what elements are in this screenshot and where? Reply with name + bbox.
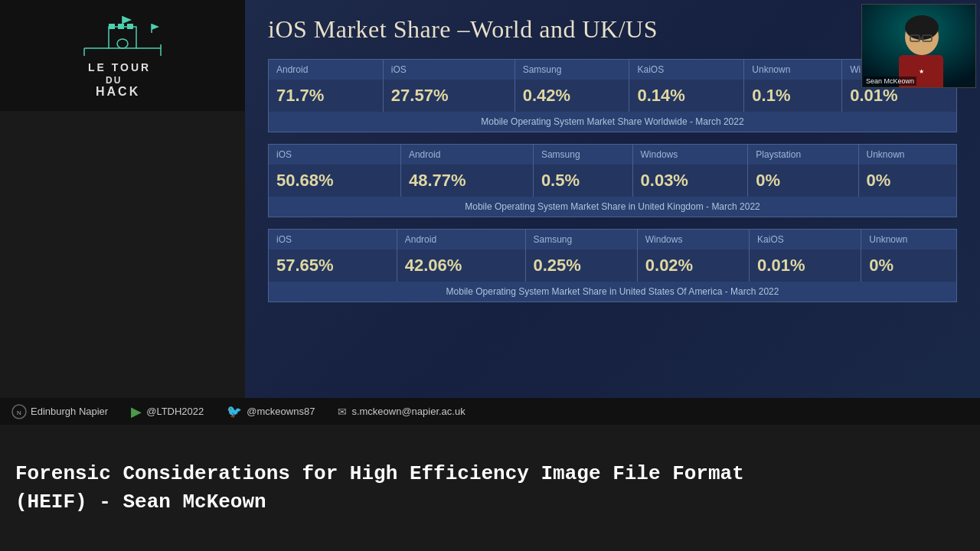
worldwide-caption: Mobile Operating System Market Share Wor… (269, 112, 957, 132)
uk-val-samsung: 0.5% (533, 165, 632, 197)
svg-text:HACK: HACK (96, 85, 140, 98)
twitter-icon: 🐦 (227, 404, 242, 419)
uk-table: iOS Android Samsung Windows Playstation … (268, 144, 957, 217)
uk-caption: Mobile Operating System Market Share in … (269, 197, 957, 217)
col-android-label: Android (269, 60, 384, 80)
napier-icon: N (11, 404, 27, 419)
svg-text:LE TOUR: LE TOUR (88, 61, 151, 73)
us-caption: Mobile Operating System Market Share in … (269, 282, 957, 302)
twitter-handle: @mckeowns87 (247, 406, 315, 417)
speaker-label: Sean McKeown (864, 77, 916, 86)
us-col-unknown-label: Unknown (861, 230, 957, 250)
play-icon: ▶ (131, 403, 142, 420)
uk-col-samsung-label: Samsung (533, 145, 632, 165)
col-ios-label: iOS (383, 60, 514, 80)
uk-col-playstation-label: Playstation (748, 145, 858, 165)
slide-title: iOS Market Share –World and UK/US (268, 15, 957, 44)
uk-val-android: 48.77% (400, 165, 533, 197)
uk-val-windows: 0.03% (632, 165, 748, 197)
us-val-windows: 0.02% (637, 249, 749, 282)
col-samsung-label: Samsung (514, 60, 629, 80)
logo-area: LE TOUR DU HACK (0, 0, 245, 111)
us-value-row: 57.65% 42.06% 0.25% 0.02% 0.01% 0% (269, 249, 957, 282)
us-col-android-label: Android (397, 230, 525, 250)
hashtag-label: @LTDH2022 (146, 406, 204, 417)
napier-label: Edinburgh Napier (31, 406, 108, 417)
uk-caption-row: Mobile Operating System Market Share in … (269, 197, 957, 217)
us-col-kaios-label: KaiOS (750, 230, 861, 250)
svg-text:★: ★ (919, 68, 924, 75)
us-col-samsung-label: Samsung (525, 230, 637, 250)
worldwide-caption-row: Mobile Operating System Market Share Wor… (269, 112, 957, 132)
val-android: 71.7% (269, 80, 384, 112)
col-kaios-label: KaiOS (629, 60, 744, 80)
left-panel: LE TOUR DU HACK (0, 0, 245, 398)
main-area: LE TOUR DU HACK (0, 0, 980, 398)
uk-col-unknown-label: Unknown (858, 145, 957, 165)
uk-val-ios: 50.68% (269, 165, 401, 197)
uk-col-android-label: Android (400, 145, 533, 165)
us-val-samsung: 0.25% (525, 249, 637, 282)
us-val-android: 42.06% (397, 249, 525, 282)
svg-rect-4 (109, 24, 115, 29)
us-col-ios-label: iOS (269, 230, 397, 250)
slide-content: iOS Market Share –World and UK/US Androi… (268, 15, 957, 383)
subtitle-area: Forensic Considerations for High Efficie… (0, 425, 980, 551)
us-val-ios: 57.65% (269, 249, 397, 282)
twitter-area: 🐦 @mckeowns87 (227, 404, 315, 419)
speaker-webcam: ★ Sean McKeown (861, 4, 976, 88)
svg-rect-6 (127, 24, 133, 29)
uk-val-unknown: 0% (858, 165, 957, 197)
val-ios: 27.57% (383, 80, 514, 112)
val-unknown: 0.1% (744, 80, 842, 112)
us-caption-row: Mobile Operating System Market Share in … (269, 282, 957, 302)
info-bar: N Edinburgh Napier ▶ @LTDH2022 🐦 @mckeow… (0, 398, 980, 425)
play-icon-area: ▶ @LTDH2022 (131, 403, 204, 420)
us-table: iOS Android Samsung Windows KaiOS Unknow… (268, 229, 957, 302)
us-val-unknown: 0% (861, 249, 957, 282)
worldwide-table: Android iOS Samsung KaiOS Unknown Window… (268, 59, 957, 132)
email-address: s.mckeown@napier.ac.uk (351, 406, 465, 417)
subtitle-line1: Forensic Considerations for High Efficie… (15, 462, 744, 485)
speaker-video: ★ (862, 5, 975, 87)
worldwide-header-row: Android iOS Samsung KaiOS Unknown Window… (269, 60, 957, 80)
val-samsung: 0.42% (514, 80, 629, 112)
us-header-row: iOS Android Samsung Windows KaiOS Unknow… (269, 230, 957, 250)
us-col-windows-label: Windows (637, 230, 749, 250)
le-tour-du-hack-logo: LE TOUR DU HACK (61, 10, 184, 102)
email-icon: ✉ (338, 406, 347, 418)
slide-panel: ★ Sean McKeown iOS Market Share –World a… (245, 0, 980, 398)
uk-header-row: iOS Android Samsung Windows Playstation … (269, 145, 957, 165)
col-unknown-label: Unknown (744, 60, 842, 80)
svg-rect-5 (118, 24, 124, 29)
uk-val-playstation: 0% (748, 165, 858, 197)
uk-value-row: 50.68% 48.77% 0.5% 0.03% 0% 0% (269, 165, 957, 197)
uk-col-ios-label: iOS (269, 145, 401, 165)
napier-logo-area: N Edinburgh Napier (11, 404, 108, 419)
bottom-bar: N Edinburgh Napier ▶ @LTDH2022 🐦 @mckeow… (0, 398, 980, 551)
email-area: ✉ s.mckeown@napier.ac.uk (338, 406, 465, 418)
us-val-kaios: 0.01% (750, 249, 861, 282)
val-kaios: 0.14% (629, 80, 744, 112)
svg-text:N: N (17, 409, 21, 416)
subtitle-line2: (HEIF) - Sean McKeown (15, 491, 266, 514)
svg-text:DU: DU (106, 75, 122, 86)
subtitle-text: Forensic Considerations for High Efficie… (15, 460, 744, 516)
uk-col-windows-label: Windows (632, 145, 748, 165)
worldwide-value-row: 71.7% 27.57% 0.42% 0.14% 0.1% 0.01% (269, 80, 957, 112)
